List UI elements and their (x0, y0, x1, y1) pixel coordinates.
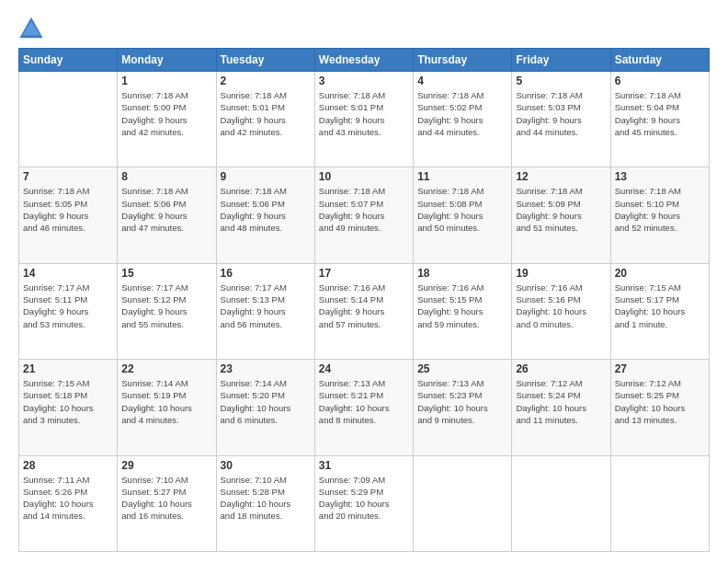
calendar-day-cell: 1Sunrise: 7:18 AM Sunset: 5:00 PM Daylig… (118, 72, 216, 167)
logo-icon (18, 15, 44, 40)
day-number: 14 (23, 267, 113, 280)
calendar-day-cell: 10Sunrise: 7:18 AM Sunset: 5:07 PM Dayli… (314, 167, 413, 263)
day-number: 6 (615, 75, 705, 87)
day-number: 25 (417, 362, 507, 375)
calendar-day-cell (414, 455, 512, 551)
day-info: Sunrise: 7:18 AM Sunset: 5:04 PM Dayligh… (615, 89, 705, 138)
calendar-week-row: 1Sunrise: 7:18 AM Sunset: 5:00 PM Daylig… (19, 72, 710, 167)
header (18, 15, 710, 40)
day-info: Sunrise: 7:13 AM Sunset: 5:21 PM Dayligh… (319, 377, 409, 426)
calendar-day-cell: 11Sunrise: 7:18 AM Sunset: 5:08 PM Dayli… (414, 167, 512, 263)
day-info: Sunrise: 7:15 AM Sunset: 5:17 PM Dayligh… (615, 282, 705, 330)
calendar-day-cell: 14Sunrise: 7:17 AM Sunset: 5:11 PM Dayli… (19, 263, 118, 359)
day-info: Sunrise: 7:18 AM Sunset: 5:03 PM Dayligh… (516, 89, 606, 138)
calendar-header-row: SundayMondayTuesdayWednesdayThursdayFrid… (19, 49, 710, 72)
calendar-day-cell: 6Sunrise: 7:18 AM Sunset: 5:04 PM Daylig… (610, 72, 709, 167)
calendar-header-cell: Thursday (414, 49, 512, 72)
day-info: Sunrise: 7:18 AM Sunset: 5:02 PM Dayligh… (417, 89, 507, 138)
day-number: 24 (319, 362, 409, 375)
day-number: 13 (615, 170, 705, 183)
day-number: 10 (319, 170, 409, 183)
day-number: 21 (23, 362, 113, 375)
calendar-day-cell: 31Sunrise: 7:09 AM Sunset: 5:29 PM Dayli… (314, 455, 413, 551)
svg-marker-1 (22, 21, 40, 35)
calendar-week-row: 28Sunrise: 7:11 AM Sunset: 5:26 PM Dayli… (19, 455, 710, 551)
calendar-day-cell (610, 455, 709, 551)
day-info: Sunrise: 7:18 AM Sunset: 5:08 PM Dayligh… (417, 185, 507, 234)
calendar-day-cell: 26Sunrise: 7:12 AM Sunset: 5:24 PM Dayli… (512, 360, 610, 455)
calendar-day-cell: 18Sunrise: 7:16 AM Sunset: 5:15 PM Dayli… (414, 263, 512, 359)
calendar-day-cell: 21Sunrise: 7:15 AM Sunset: 5:18 PM Dayli… (19, 360, 118, 455)
calendar-day-cell: 3Sunrise: 7:18 AM Sunset: 5:01 PM Daylig… (314, 72, 413, 167)
day-number: 20 (615, 267, 705, 280)
day-info: Sunrise: 7:15 AM Sunset: 5:18 PM Dayligh… (23, 377, 113, 426)
day-number: 11 (417, 170, 507, 183)
day-number: 18 (417, 267, 507, 280)
day-number: 1 (121, 75, 211, 87)
day-number: 17 (319, 267, 409, 280)
calendar-day-cell: 2Sunrise: 7:18 AM Sunset: 5:01 PM Daylig… (216, 72, 314, 167)
day-number: 3 (319, 75, 409, 87)
calendar-day-cell: 5Sunrise: 7:18 AM Sunset: 5:03 PM Daylig… (512, 72, 610, 167)
calendar-day-cell: 15Sunrise: 7:17 AM Sunset: 5:12 PM Dayli… (118, 263, 216, 359)
day-number: 2 (221, 75, 311, 87)
day-info: Sunrise: 7:18 AM Sunset: 5:01 PM Dayligh… (319, 89, 409, 138)
day-info: Sunrise: 7:14 AM Sunset: 5:19 PM Dayligh… (121, 377, 211, 426)
calendar-day-cell: 20Sunrise: 7:15 AM Sunset: 5:17 PM Dayli… (610, 263, 709, 359)
calendar-table: SundayMondayTuesdayWednesdayThursdayFrid… (18, 48, 710, 552)
calendar-day-cell: 12Sunrise: 7:18 AM Sunset: 5:09 PM Dayli… (512, 167, 610, 263)
day-number: 15 (121, 267, 211, 280)
calendar-day-cell (512, 455, 610, 551)
calendar-header-cell: Monday (118, 49, 216, 72)
calendar-header-cell: Friday (512, 49, 610, 72)
calendar-day-cell: 19Sunrise: 7:16 AM Sunset: 5:16 PM Dayli… (512, 263, 610, 359)
day-info: Sunrise: 7:17 AM Sunset: 5:12 PM Dayligh… (121, 282, 211, 330)
day-info: Sunrise: 7:12 AM Sunset: 5:25 PM Dayligh… (615, 377, 705, 426)
day-info: Sunrise: 7:18 AM Sunset: 5:00 PM Dayligh… (121, 89, 211, 138)
day-info: Sunrise: 7:18 AM Sunset: 5:05 PM Dayligh… (23, 185, 113, 234)
calendar-day-cell: 24Sunrise: 7:13 AM Sunset: 5:21 PM Dayli… (314, 360, 413, 455)
day-info: Sunrise: 7:18 AM Sunset: 5:06 PM Dayligh… (221, 185, 311, 234)
day-info: Sunrise: 7:18 AM Sunset: 5:06 PM Dayligh… (121, 185, 211, 234)
calendar-body: 1Sunrise: 7:18 AM Sunset: 5:00 PM Daylig… (19, 72, 710, 552)
day-number: 28 (23, 459, 113, 472)
day-info: Sunrise: 7:12 AM Sunset: 5:24 PM Dayligh… (516, 377, 606, 426)
calendar-day-cell: 9Sunrise: 7:18 AM Sunset: 5:06 PM Daylig… (216, 167, 314, 263)
calendar-week-row: 7Sunrise: 7:18 AM Sunset: 5:05 PM Daylig… (19, 167, 710, 263)
calendar-day-cell: 28Sunrise: 7:11 AM Sunset: 5:26 PM Dayli… (19, 455, 118, 551)
page: SundayMondayTuesdayWednesdayThursdayFrid… (0, 0, 728, 563)
calendar-day-cell: 8Sunrise: 7:18 AM Sunset: 5:06 PM Daylig… (118, 167, 216, 263)
day-number: 31 (319, 459, 409, 472)
calendar-day-cell (19, 72, 118, 167)
day-info: Sunrise: 7:14 AM Sunset: 5:20 PM Dayligh… (221, 377, 311, 426)
calendar-day-cell: 17Sunrise: 7:16 AM Sunset: 5:14 PM Dayli… (314, 263, 413, 359)
calendar-week-row: 21Sunrise: 7:15 AM Sunset: 5:18 PM Dayli… (19, 360, 710, 455)
day-info: Sunrise: 7:18 AM Sunset: 5:07 PM Dayligh… (319, 185, 409, 234)
day-info: Sunrise: 7:10 AM Sunset: 5:28 PM Dayligh… (221, 474, 311, 523)
calendar-day-cell: 25Sunrise: 7:13 AM Sunset: 5:23 PM Dayli… (414, 360, 512, 455)
day-number: 26 (516, 362, 606, 375)
day-info: Sunrise: 7:09 AM Sunset: 5:29 PM Dayligh… (319, 474, 409, 523)
logo (18, 15, 48, 40)
day-number: 19 (516, 267, 606, 280)
day-info: Sunrise: 7:17 AM Sunset: 5:11 PM Dayligh… (23, 282, 113, 330)
day-number: 7 (23, 170, 113, 183)
day-info: Sunrise: 7:16 AM Sunset: 5:16 PM Dayligh… (516, 282, 606, 330)
day-info: Sunrise: 7:18 AM Sunset: 5:10 PM Dayligh… (615, 185, 705, 234)
day-number: 30 (221, 459, 311, 472)
day-number: 29 (121, 459, 211, 472)
day-info: Sunrise: 7:13 AM Sunset: 5:23 PM Dayligh… (417, 377, 507, 426)
day-number: 4 (417, 75, 507, 87)
calendar-header-cell: Sunday (19, 49, 118, 72)
calendar-header-cell: Tuesday (216, 49, 314, 72)
day-info: Sunrise: 7:17 AM Sunset: 5:13 PM Dayligh… (221, 282, 311, 330)
calendar-day-cell: 27Sunrise: 7:12 AM Sunset: 5:25 PM Dayli… (610, 360, 709, 455)
day-number: 23 (221, 362, 311, 375)
day-number: 8 (121, 170, 211, 183)
day-info: Sunrise: 7:16 AM Sunset: 5:14 PM Dayligh… (319, 282, 409, 330)
calendar-day-cell: 23Sunrise: 7:14 AM Sunset: 5:20 PM Dayli… (216, 360, 314, 455)
day-number: 5 (516, 75, 606, 87)
calendar-header-cell: Saturday (610, 49, 709, 72)
calendar-week-row: 14Sunrise: 7:17 AM Sunset: 5:11 PM Dayli… (19, 263, 710, 359)
calendar-day-cell: 7Sunrise: 7:18 AM Sunset: 5:05 PM Daylig… (19, 167, 118, 263)
